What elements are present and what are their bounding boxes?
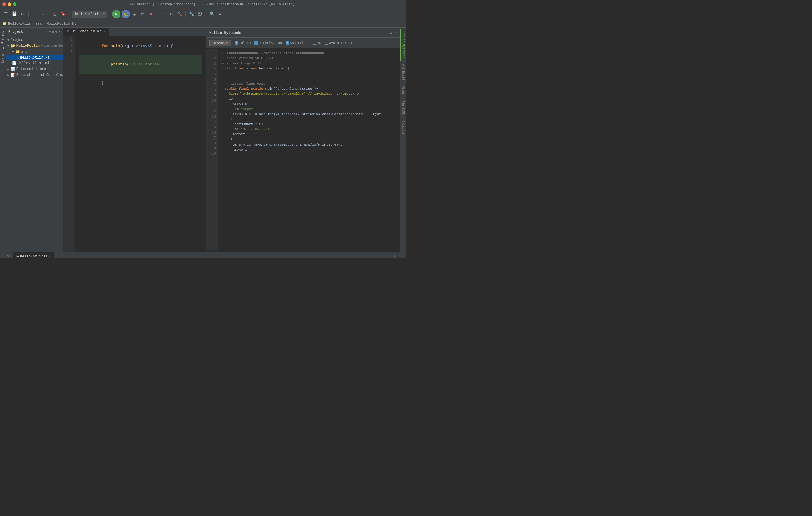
bc-line-14: L1 — [221, 117, 397, 121]
tasks-icon[interactable]: ≡ — [217, 10, 224, 18]
gradle-icon[interactable]: ⟳ — [139, 10, 146, 18]
breadcrumb-src[interactable]: src — [36, 22, 42, 26]
bc-ln-6: 6 — [206, 77, 216, 82]
hammer-icon[interactable]: 🔨 — [176, 10, 183, 18]
project-header-icons: ⊕ ⇅ ⚙ ✕ — [49, 29, 61, 34]
search-icon[interactable]: 🔍 — [208, 10, 215, 18]
breadcrumb-src-label: src — [36, 22, 42, 26]
bc-ln-2: 2 — [206, 56, 216, 61]
coverage-icon[interactable]: ◎ — [131, 10, 138, 18]
project-tree-file-hellokotlin[interactable]: K HelloKotlin.kt — [6, 55, 63, 60]
run-label: Run: — [2, 254, 11, 258]
info-icon[interactable]: ℹ — [160, 10, 167, 18]
ir-checkbox-box[interactable] — [313, 41, 317, 45]
right-tab-kotlin-bytecode[interactable]: Kotlin Bytecode — [400, 29, 406, 61]
sidebar-item-learn[interactable]: Learn — [0, 52, 5, 65]
editor-tab-label: HelloKotlin.kt — [72, 29, 102, 34]
decompile-button[interactable]: Decompile — [209, 40, 231, 46]
bytecode-close-icon[interactable]: ✕ — [395, 31, 397, 35]
bc-line-1: // ==============HelloKotlinKt.class ===… — [221, 51, 397, 56]
ir-checkbox[interactable]: IR — [313, 41, 321, 45]
bottom-tab-run[interactable]: ▶ HelloKotlinKt ✕ — [13, 252, 55, 258]
bc-line-18: L2 — [221, 137, 397, 142]
param-args: args — [122, 44, 131, 48]
assertions-checkbox[interactable]: ✓ Assertions — [286, 41, 310, 45]
left-sidebar-tabs: 1: Project Learn — [0, 28, 6, 252]
bc-line-4: public final class HelloKotlinKt { — [221, 66, 397, 71]
breadcrumb-file[interactable]: HelloKotlin.kt — [47, 22, 76, 26]
run-tab-icon: ▶ — [17, 254, 19, 258]
close-button[interactable] — [2, 2, 6, 6]
bc-line-6 — [221, 76, 397, 81]
locate-in-tree-icon[interactable]: ⊕ — [49, 29, 51, 34]
run-tab-close-icon[interactable]: ✕ — [49, 255, 51, 258]
stop-icon[interactable]: ■ — [147, 10, 154, 18]
tab-close-icon[interactable]: ✕ — [103, 29, 105, 33]
settings-icon[interactable]: 🔧 — [188, 10, 195, 18]
bc-ln-7: 7 — [206, 82, 216, 88]
project-tree-file-iml[interactable]: 📄 HelloKotlin.iml — [6, 60, 63, 66]
right-tab-ant-build[interactable]: Ant Build — [401, 61, 406, 83]
right-tab-plantuml[interactable]: PlantUML — [401, 98, 406, 118]
bc-ln-17: 17 — [206, 135, 216, 141]
optimization-checkbox-box[interactable]: ✓ — [254, 41, 258, 45]
chevron-right-icon: ▾ — [7, 43, 9, 48]
project-settings-icon[interactable]: ⚙ — [55, 29, 57, 34]
maximize-button[interactable] — [13, 2, 17, 6]
project-selector[interactable]: HelloKotlinKt ▾ — [71, 10, 107, 18]
line-num-1: 1 — [63, 37, 73, 43]
inline-checkbox[interactable]: ✓ Inline — [235, 41, 251, 45]
build-icon[interactable]: ⚙ — [168, 10, 175, 18]
inline-checkbox-box[interactable]: ✓ — [235, 41, 238, 45]
bottom-settings-icon[interactable]: ⚙ — [392, 254, 397, 258]
close-project-panel-icon[interactable]: ✕ — [59, 29, 61, 34]
code-content[interactable]: fun main(args: Array<String>) { println(… — [75, 36, 206, 252]
sync-icon[interactable]: ↻ — [19, 10, 26, 18]
bytecode-settings-icon[interactable]: ⚙ — [390, 31, 392, 35]
bottom-tool-buttons: ⚙ ✕ — [392, 254, 404, 258]
forward-icon[interactable]: → — [39, 10, 46, 18]
project-tree-project-header[interactable]: ▾ Project — [6, 37, 63, 43]
bytecode-content: // ==============HelloKotlinKt.class ===… — [218, 50, 400, 250]
save-icon[interactable]: 💾 — [10, 10, 18, 18]
breadcrumb-sep-1: › — [32, 22, 34, 26]
external-tools-icon[interactable]: ⛓ — [196, 10, 203, 18]
back-icon[interactable]: ← — [31, 10, 38, 18]
jvm8-checkbox-box[interactable] — [325, 41, 328, 45]
src-folder-icon: 📂 — [15, 50, 20, 54]
line-numbers: 1 2 3 — [63, 36, 75, 252]
breadcrumb-hello-kotlin[interactable]: 📁 HelloKotlin — [2, 22, 31, 26]
menu-icon[interactable]: ☰ — [2, 10, 9, 18]
jvm8-checkbox[interactable]: JVM 8 target — [325, 41, 352, 45]
project-tree-src[interactable]: ▾ 📂 src — [6, 49, 63, 55]
type-string: <String> — [147, 44, 166, 48]
assertions-checkbox-box[interactable]: ✓ — [286, 41, 289, 45]
scratches-expand-icon: ▸ — [7, 73, 9, 78]
right-tab-maven[interactable]: Maven — [401, 83, 406, 98]
right-tab-database[interactable]: Database — [401, 118, 406, 138]
bottom-close-icon[interactable]: ✕ — [398, 254, 404, 258]
minimize-button[interactable] — [8, 2, 11, 6]
bc-ln-15: 15 — [206, 125, 216, 130]
project-dropdown-icon: ▾ — [7, 38, 9, 42]
project-tree-hello-kotlin[interactable]: ▾ 📂 HelloKotlin ~/Desktop/imooc/code/Hel… — [6, 43, 63, 49]
bc-ln-14: 14 — [206, 119, 216, 125]
optimization-checkbox[interactable]: ✓ Optimization — [254, 41, 282, 45]
breadcrumb-file-label: HelloKotlin.kt — [47, 22, 76, 26]
bytecode-line-numbers: 1 2 3 4 5 6 7 8 9 10 11 12 13 14 15 16 1… — [206, 50, 218, 250]
line-num-2: 2 — [63, 43, 73, 48]
bookmark-icon[interactable]: 🔖 — [59, 10, 66, 18]
debug-button[interactable]: 🐛 — [122, 10, 130, 18]
editor-tab-hellokotlin[interactable]: K HelloKotlin.kt ✕ — [63, 28, 109, 36]
project-tree-scratches[interactable]: ▸ 📝 Scratches and Consoles — [6, 72, 63, 78]
project-tree-src-label: src — [21, 50, 28, 54]
view-icon[interactable]: ◫ — [51, 10, 58, 18]
code-line-2: println("Hello Kotlin!") — [79, 55, 202, 73]
sidebar-item-project[interactable]: 1: Project — [0, 29, 5, 51]
bc-ln-20: 20 — [206, 151, 216, 156]
code-editor[interactable]: 1 2 3 fun main(args: Array<String>) { pr… — [63, 36, 206, 252]
expand-collapse-icon[interactable]: ⇅ — [52, 29, 54, 34]
run-button[interactable]: ▶ — [112, 10, 120, 18]
project-selector-label: HelloKotlinKt — [74, 12, 102, 16]
project-tree-external-libraries[interactable]: ▸ 📊 External Libraries — [6, 66, 63, 72]
